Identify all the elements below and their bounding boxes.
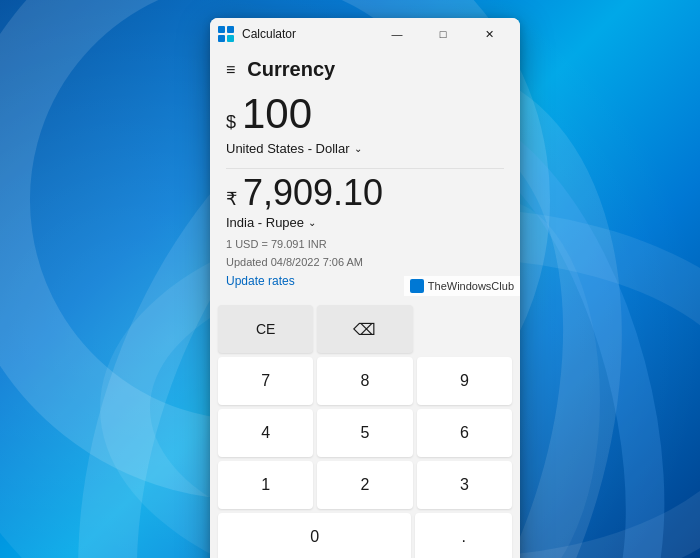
separator — [226, 168, 504, 169]
svg-rect-0 — [218, 26, 225, 33]
from-currency-selector[interactable]: United States - Dollar ⌄ — [226, 141, 504, 156]
rate-info: 1 USD = 79.091 INR Updated 04/8/2022 7:0… — [226, 236, 504, 271]
svg-rect-1 — [227, 26, 234, 33]
from-currency-chevron: ⌄ — [354, 143, 362, 154]
ce-button[interactable]: CE — [218, 305, 313, 353]
app-icon — [218, 26, 234, 42]
from-currency-label: United States - Dollar — [226, 141, 350, 156]
input-symbol: $ — [226, 112, 236, 133]
key-row-4: 0 . — [218, 513, 512, 558]
key-6[interactable]: 6 — [417, 409, 512, 457]
key-row-2: 4 5 6 — [218, 409, 512, 457]
hamburger-icon[interactable]: ≡ — [226, 61, 235, 79]
display-area: $ 100 United States - Dollar ⌄ ₹ 7,909.1… — [210, 85, 520, 301]
key-row-0: CE ⌫ — [218, 305, 512, 353]
key-row-3: 1 2 3 — [218, 461, 512, 509]
maximize-button[interactable]: □ — [420, 18, 466, 50]
app-header: ≡ Currency — [210, 50, 520, 85]
rate-line1: 1 USD = 79.091 INR — [226, 236, 504, 254]
page-title: Currency — [247, 58, 335, 81]
window-title: Calculator — [242, 27, 374, 41]
calculator-window: Calculator — □ ✕ ≡ Currency $ 100 United… — [210, 18, 520, 558]
key-2[interactable]: 2 — [317, 461, 412, 509]
key-4[interactable]: 4 — [218, 409, 313, 457]
key-7[interactable]: 7 — [218, 357, 313, 405]
title-bar: Calculator — □ ✕ — [210, 18, 520, 50]
to-currency-selector[interactable]: India - Rupee ⌄ — [226, 215, 504, 230]
to-currency-label: India - Rupee — [226, 215, 304, 230]
key-9[interactable]: 9 — [417, 357, 512, 405]
keypad: CE ⌫ 7 8 9 4 5 6 1 2 3 0 . — [210, 301, 520, 558]
svg-rect-3 — [227, 35, 234, 42]
to-currency-chevron: ⌄ — [308, 217, 316, 228]
key-decimal[interactable]: . — [415, 513, 512, 558]
key-1[interactable]: 1 — [218, 461, 313, 509]
key-0[interactable]: 0 — [218, 513, 411, 558]
key-8[interactable]: 8 — [317, 357, 412, 405]
input-value: 100 — [242, 93, 312, 135]
output-value: 7,909.10 — [243, 175, 383, 211]
output-row: ₹ 7,909.10 — [226, 175, 504, 211]
key-3[interactable]: 3 — [417, 461, 512, 509]
svg-rect-2 — [218, 35, 225, 42]
backspace-button[interactable]: ⌫ — [317, 305, 412, 353]
key-5[interactable]: 5 — [317, 409, 412, 457]
close-button[interactable]: ✕ — [466, 18, 512, 50]
window-controls: — □ ✕ — [374, 18, 512, 50]
watermark-text: TheWindowsClub — [428, 280, 514, 292]
watermark-logo — [410, 279, 424, 293]
key-row-1: 7 8 9 — [218, 357, 512, 405]
watermark: TheWindowsClub — [404, 276, 520, 296]
update-rates-link[interactable]: Update rates — [226, 274, 295, 288]
input-row: $ 100 — [226, 93, 504, 135]
minimize-button[interactable]: — — [374, 18, 420, 50]
rate-line2: Updated 04/8/2022 7:06 AM — [226, 254, 504, 272]
output-symbol: ₹ — [226, 188, 237, 210]
